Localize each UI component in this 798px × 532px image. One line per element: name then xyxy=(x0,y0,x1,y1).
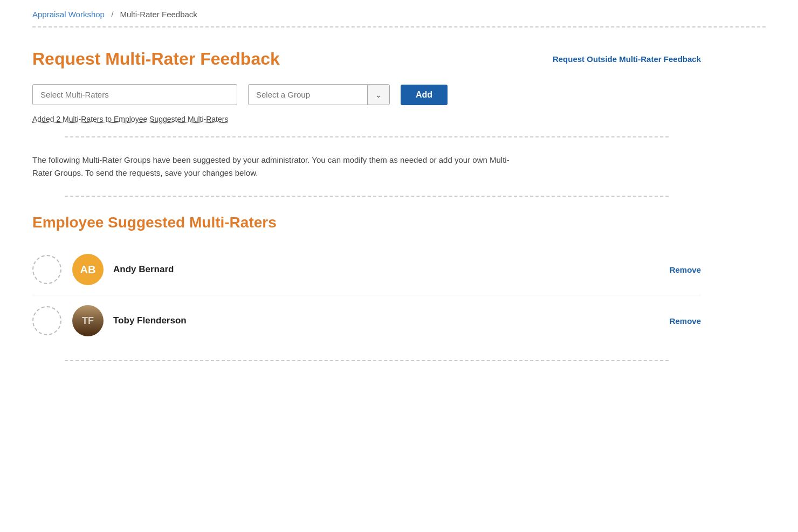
breadcrumb-current: Multi-Rater Feedback xyxy=(120,10,197,19)
list-item: AB Andy Bernard Remove xyxy=(32,246,701,293)
rater-name: Toby Flenderson xyxy=(113,315,670,326)
breadcrumb-separator: / xyxy=(111,10,113,19)
avatar: AB xyxy=(72,254,104,285)
section-title: Employee Suggested Multi-Raters xyxy=(32,214,701,231)
page-header: Request Multi-Rater Feedback Request Out… xyxy=(32,49,701,69)
rater-name: Andy Bernard xyxy=(113,264,670,275)
add-button[interactable]: Add xyxy=(401,85,448,105)
breadcrumb-workshop-link[interactable]: Appraisal Workshop xyxy=(32,10,105,19)
remove-button[interactable]: Remove xyxy=(670,316,701,326)
group-select-wrapper: ⌄ xyxy=(248,84,390,105)
group-select-input[interactable] xyxy=(249,85,367,105)
remove-button[interactable]: Remove xyxy=(670,265,701,274)
input-row: ⌄ Add xyxy=(32,84,701,105)
added-status: Added 2 Multi-Raters to Employee Suggest… xyxy=(32,115,701,123)
outside-feedback-link[interactable]: Request Outside Multi-Rater Feedback xyxy=(553,49,701,64)
chevron-down-icon[interactable]: ⌄ xyxy=(367,85,389,105)
multi-rater-input[interactable] xyxy=(32,84,237,105)
added-link[interactable]: Employee Suggested Multi-Raters xyxy=(114,115,228,123)
added-prefix: Added 2 Multi-Raters to xyxy=(32,115,114,123)
avatar xyxy=(72,305,104,336)
drag-handle-toby[interactable] xyxy=(32,306,61,335)
description-section: The following Multi-Rater Groups have be… xyxy=(32,137,701,196)
bottom-divider xyxy=(65,360,669,361)
drag-handle-andy[interactable] xyxy=(32,255,61,284)
main-content: Request Multi-Rater Feedback Request Out… xyxy=(0,27,733,383)
rater-divider-1 xyxy=(32,295,701,295)
description-text: The following Multi-Rater Groups have be… xyxy=(32,154,518,179)
suggested-section: Employee Suggested Multi-Raters AB Andy … xyxy=(32,197,701,344)
list-item: Toby Flenderson Remove xyxy=(32,298,701,344)
breadcrumb: Appraisal Workshop / Multi-Rater Feedbac… xyxy=(0,0,798,26)
page-title: Request Multi-Rater Feedback xyxy=(32,49,280,69)
